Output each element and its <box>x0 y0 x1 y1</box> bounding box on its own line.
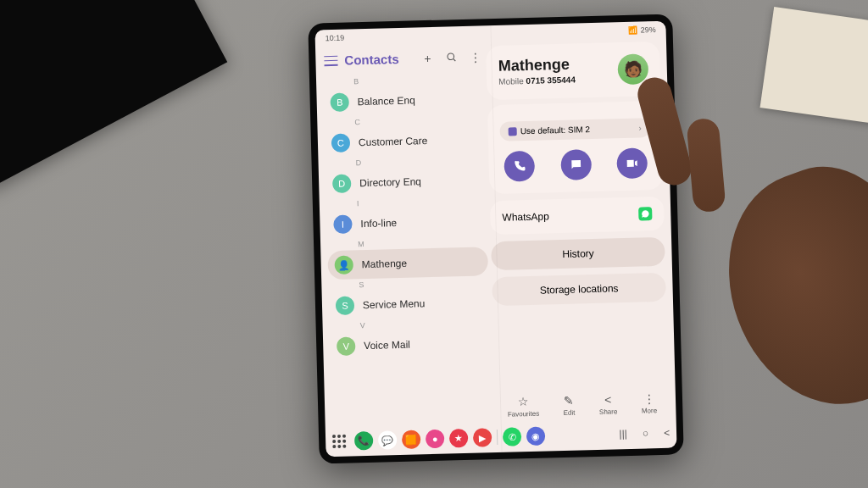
app-icon-2[interactable]: ● <box>426 430 445 449</box>
phone-label: Mobile <box>498 76 524 86</box>
phone-number: 0715 355444 <box>526 75 576 86</box>
contact-row[interactable]: 👤Mathenge <box>327 247 488 280</box>
youtube-app-icon[interactable]: ▶ <box>473 428 492 447</box>
more-options-button[interactable]: ⋮ <box>469 51 481 63</box>
contact-name: Mathenge <box>498 55 576 75</box>
recents-nav-button[interactable]: ||| <box>619 428 627 440</box>
whatsapp-icon <box>638 207 652 220</box>
contacts-list-pane: Contacts + ⋮ BBBalance EnqCCCustomer Car… <box>322 46 492 426</box>
contact-list-name: Service Menu <box>363 297 426 311</box>
whatsapp-row[interactable]: WhatsApp <box>490 197 665 235</box>
contact-avatar-small: S <box>336 296 355 315</box>
app-icon-1[interactable]: 🟧 <box>402 430 421 449</box>
svg-line-1 <box>453 58 455 61</box>
contact-row[interactable]: IInfo-line <box>326 206 487 239</box>
history-button[interactable]: History <box>491 237 665 270</box>
whatsapp-label: WhatsApp <box>502 210 549 223</box>
home-nav-button[interactable]: ○ <box>643 427 649 439</box>
menu-icon[interactable] <box>324 55 337 65</box>
app-icon-3[interactable]: ★ <box>449 429 469 448</box>
detail-bottom-bar: ☆ Favourites ✎ Edit < Share ⋮ More <box>495 385 670 422</box>
contact-avatar-small: V <box>337 336 356 356</box>
contact-list-name: Voice Mail <box>364 339 410 352</box>
contact-row[interactable]: DDirectory Enq <box>326 165 487 198</box>
more-button[interactable]: ⋮ More <box>641 391 657 414</box>
screen: 10:19 📶 29% Contacts + ⋮ <box>314 21 676 458</box>
call-button[interactable] <box>504 151 535 182</box>
battery-text: 29% <box>640 25 655 34</box>
app-drawer-button[interactable] <box>332 435 346 448</box>
contact-avatar-small: D <box>332 174 352 193</box>
sim-label: Use default: SIM 2 <box>520 125 591 136</box>
phone-app-icon[interactable]: 📞 <box>354 431 374 451</box>
contact-header-card: Mathenge Mobile 0715 355444 🧑🏾 <box>486 42 660 100</box>
contact-list-name: Balance Enq <box>358 94 415 108</box>
back-nav-button[interactable]: < <box>664 427 670 439</box>
contact-list-name: Customer Care <box>359 135 428 148</box>
app-title: Contacts <box>344 51 415 67</box>
contact-row[interactable]: VVoice Mail <box>330 328 491 361</box>
contact-detail-pane: Mathenge Mobile 0715 355444 🧑🏾 Use defau… <box>486 42 669 422</box>
sim-icon <box>509 127 517 136</box>
contact-avatar-small: 👤 <box>334 255 353 274</box>
contact-row[interactable]: SService Menu <box>329 287 490 320</box>
contact-row[interactable]: BBalance Enq <box>323 84 484 117</box>
share-icon: < <box>604 392 612 406</box>
contact-list-name: Info-line <box>360 217 397 230</box>
share-button[interactable]: < Share <box>598 392 617 416</box>
contact-row[interactable]: CCustomer Care <box>325 125 486 158</box>
pencil-icon: ✎ <box>564 394 574 408</box>
search-button[interactable] <box>445 52 457 64</box>
contact-avatar-small: I <box>333 214 353 234</box>
app-icon-4[interactable]: ◉ <box>526 427 546 446</box>
sim-selector[interactable]: Use default: SIM 2 › <box>500 118 650 141</box>
dock-divider <box>497 430 498 445</box>
signal-icon: 📶 <box>627 26 637 35</box>
contact-avatar-small: C <box>331 133 351 152</box>
message-button[interactable] <box>560 149 592 180</box>
edit-button[interactable]: ✎ Edit <box>563 394 575 417</box>
whatsapp-app-icon[interactable]: ✆ <box>503 427 522 446</box>
clock: 10:19 <box>326 34 345 43</box>
star-icon: ☆ <box>517 395 528 408</box>
contact-avatar-small: B <box>330 92 349 112</box>
contact-avatar[interactable]: 🧑🏾 <box>617 53 648 85</box>
video-call-button[interactable] <box>616 147 648 179</box>
storage-locations-button[interactable]: Storage locations <box>492 273 666 306</box>
favourites-button[interactable]: ☆ Favourites <box>507 395 539 419</box>
more-vertical-icon: ⋮ <box>643 391 654 405</box>
contact-list-name: Directory Enq <box>359 175 421 189</box>
add-contact-button[interactable]: + <box>421 52 433 64</box>
messages-app-icon[interactable]: 💬 <box>378 430 398 450</box>
phone-device: 10:19 📶 29% Contacts + ⋮ <box>308 14 683 463</box>
chevron-right-icon: › <box>638 123 642 132</box>
contact-list-name: Mathenge <box>362 258 408 270</box>
